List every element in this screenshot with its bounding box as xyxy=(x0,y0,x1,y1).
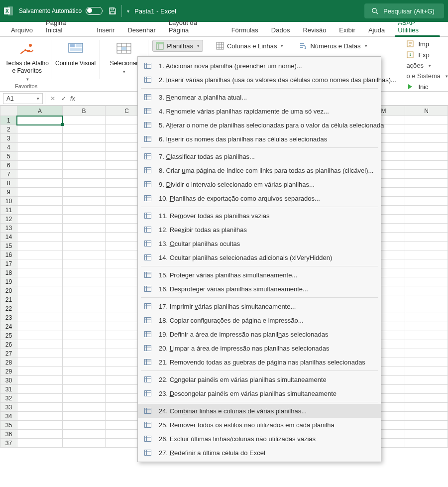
row-header[interactable]: 22 xyxy=(0,304,17,313)
cell[interactable] xyxy=(63,125,106,134)
menu-item[interactable]: 20. Limpar a área de impressão nas plani… xyxy=(138,341,381,355)
cell[interactable] xyxy=(63,358,106,367)
cell[interactable] xyxy=(17,268,62,277)
row-header[interactable]: 3 xyxy=(0,134,17,143)
cell[interactable] xyxy=(17,224,62,233)
cell[interactable] xyxy=(63,331,106,340)
cell[interactable] xyxy=(17,134,62,143)
cell[interactable] xyxy=(17,116,62,125)
cell[interactable] xyxy=(405,188,448,197)
cell[interactable] xyxy=(17,412,62,421)
row-header[interactable]: 35 xyxy=(0,421,17,430)
colunas-e-linhas-button[interactable]: Colunas e Linhas▾ xyxy=(213,40,286,52)
cell[interactable] xyxy=(17,439,62,448)
menu-item[interactable]: 23. Descongelar painéis em várias planil… xyxy=(138,386,381,400)
cell[interactable] xyxy=(63,430,106,439)
cell[interactable] xyxy=(63,304,106,313)
column-header[interactable]: N xyxy=(405,106,448,116)
cell[interactable] xyxy=(405,250,448,259)
cell[interactable] xyxy=(63,376,106,385)
clipped-command[interactable]: Imp xyxy=(406,40,448,48)
row-header[interactable]: 30 xyxy=(0,376,17,385)
row-header[interactable]: 4 xyxy=(0,143,17,152)
cell[interactable] xyxy=(63,224,106,233)
cell[interactable] xyxy=(405,358,448,367)
cell[interactable] xyxy=(63,286,106,295)
cell[interactable] xyxy=(63,403,106,412)
cell[interactable] xyxy=(17,259,62,268)
menu-item[interactable]: 18. Copiar configurações de página e imp… xyxy=(138,313,381,327)
row-header[interactable]: 18 xyxy=(0,268,17,277)
cell[interactable] xyxy=(17,250,62,259)
cell[interactable] xyxy=(17,295,62,304)
cell[interactable] xyxy=(405,430,448,439)
row-header[interactable]: 33 xyxy=(0,403,17,412)
cell[interactable] xyxy=(405,161,448,170)
planilhas-button[interactable]: Planilhas▾ xyxy=(152,40,203,52)
menu-item[interactable]: 4. Renomeie várias planilhas rapidamente… xyxy=(138,104,381,118)
cell[interactable] xyxy=(63,340,106,349)
menu-item[interactable]: 22. Congelar painéis em várias planilhas… xyxy=(138,372,381,386)
cell[interactable] xyxy=(63,242,106,250)
cell[interactable] xyxy=(17,349,62,358)
clipped-command[interactable]: ações▾ xyxy=(406,62,448,69)
row-header[interactable]: 36 xyxy=(0,430,17,439)
row-header[interactable]: 27 xyxy=(0,349,17,358)
cell[interactable] xyxy=(17,215,62,224)
ribbon-tab-desenhar[interactable]: Desenhar xyxy=(121,23,161,36)
cell[interactable] xyxy=(17,358,62,367)
números-e-datas-button[interactable]: 1Números e Datas▾ xyxy=(296,40,370,52)
cell[interactable] xyxy=(17,197,62,206)
cell[interactable] xyxy=(17,313,62,322)
cell[interactable] xyxy=(17,322,62,331)
cell[interactable] xyxy=(405,242,448,250)
menu-item[interactable]: 17. Imprimir várias planilhas simultanea… xyxy=(138,299,381,313)
clipped-command[interactable]: Inic xyxy=(406,83,448,91)
row-header[interactable]: 26 xyxy=(0,340,17,349)
cell[interactable] xyxy=(63,250,106,259)
row-header[interactable]: 17 xyxy=(0,259,17,268)
name-box[interactable]: A1 ▾ xyxy=(3,93,43,104)
cell[interactable] xyxy=(63,161,106,170)
row-header[interactable]: 5 xyxy=(0,152,17,161)
cell[interactable] xyxy=(63,439,106,448)
menu-item[interactable]: 7. Classificar todas as planilhas... xyxy=(138,149,381,163)
cell[interactable] xyxy=(405,313,448,322)
cell[interactable] xyxy=(405,349,448,358)
save-icon[interactable] xyxy=(109,7,116,15)
cell[interactable] xyxy=(405,286,448,295)
clipped-command[interactable]: o e Sistema▾ xyxy=(406,72,448,80)
row-header[interactable]: 20 xyxy=(0,286,17,295)
cell[interactable] xyxy=(63,152,106,161)
menu-item[interactable]: 25. Remover todos os estilos não utiliza… xyxy=(138,418,381,432)
cell[interactable] xyxy=(405,403,448,412)
row-header[interactable]: 29 xyxy=(0,367,17,376)
ribbon-tab-exibir[interactable]: Exibir xyxy=(333,23,361,36)
cell[interactable] xyxy=(63,277,106,286)
enter-formula-icon[interactable]: ✓ xyxy=(58,93,69,104)
cell[interactable] xyxy=(405,340,448,349)
ribbon-tab-arquivo[interactable]: Arquivo xyxy=(5,23,39,36)
cell[interactable] xyxy=(17,403,62,412)
column-header[interactable]: A xyxy=(17,106,62,116)
ribbon-tab-página-inicial[interactable]: Página Inicial xyxy=(40,16,90,36)
menu-item[interactable]: 15. Proteger várias planilhas simultanea… xyxy=(138,268,381,282)
cell[interactable] xyxy=(17,143,62,152)
cell[interactable] xyxy=(405,224,448,233)
menu-item[interactable]: 27. Redefinir a última célula do Excel xyxy=(138,446,381,448)
cell[interactable] xyxy=(17,304,62,313)
visual-control-button[interactable]: Controle Visual xyxy=(53,37,97,91)
cell[interactable] xyxy=(405,412,448,421)
cell[interactable] xyxy=(63,197,106,206)
ribbon-tab-asap-utilities[interactable]: ASAP Utilities xyxy=(392,16,443,36)
menu-item[interactable]: 2. Inserir várias planilhas (usa os valo… xyxy=(138,73,381,87)
cell[interactable] xyxy=(17,340,62,349)
cell[interactable] xyxy=(63,313,106,322)
row-header[interactable]: 37 xyxy=(0,439,17,448)
row-header[interactable]: 31 xyxy=(0,385,17,394)
cell[interactable] xyxy=(63,394,106,403)
menu-item[interactable]: 8. Criar uma página de índice com links … xyxy=(138,163,381,177)
row-header[interactable]: 34 xyxy=(0,412,17,421)
row-header[interactable]: 6 xyxy=(0,161,17,170)
cell[interactable] xyxy=(405,259,448,268)
